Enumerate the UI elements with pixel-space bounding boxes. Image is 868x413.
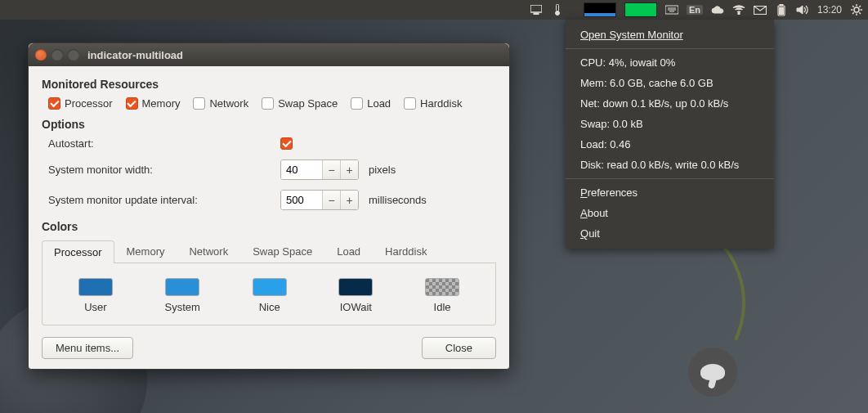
color-user-label: User <box>84 301 106 313</box>
color-iowait[interactable] <box>338 278 373 296</box>
color-idle[interactable] <box>425 278 459 296</box>
color-system[interactable] <box>165 278 199 296</box>
interval-spinbox[interactable]: − + <box>280 190 359 210</box>
width-unit: pixels <box>369 164 396 176</box>
preferences-window: indicator-multiload Monitored Resources … <box>28 43 510 370</box>
width-increment[interactable]: + <box>340 160 358 179</box>
interval-decrement[interactable]: − <box>322 191 340 209</box>
svg-line-20 <box>852 12 854 14</box>
color-idle-label: Idle <box>434 301 451 313</box>
clock[interactable]: 13:20 <box>817 4 842 16</box>
color-nice[interactable] <box>253 278 287 296</box>
svg-point-13 <box>854 7 859 12</box>
wifi-icon[interactable] <box>732 3 745 16</box>
menu-swap-line[interactable]: Swap: 0.0 kB <box>566 114 774 134</box>
checkbox-network[interactable]: Network <box>193 97 248 110</box>
menu-quit[interactable]: Quit <box>566 223 774 244</box>
tab-swap[interactable]: Swap Space <box>240 240 324 263</box>
svg-rect-0 <box>530 5 542 12</box>
width-input[interactable] <box>281 160 322 179</box>
window-minimize-button[interactable] <box>51 49 63 61</box>
menu-open-system-monitor[interactable]: Open System Monitor <box>566 25 774 45</box>
checkbox-swap[interactable]: Swap Space <box>262 97 338 110</box>
svg-rect-2 <box>556 4 558 11</box>
indicator-menu: Open System Monitor CPU: 4%, iowait 0% M… <box>566 20 774 249</box>
color-tabpane: User System Nice IOWait Idle <box>42 263 496 325</box>
interval-unit: milliseconds <box>369 194 427 206</box>
checkbox-load[interactable]: Load <box>351 97 391 110</box>
tab-load[interactable]: Load <box>324 240 373 263</box>
indicator-multiload-mem-graph[interactable] <box>624 2 657 17</box>
window-title: indicator-multiload <box>87 49 183 61</box>
volume-icon[interactable] <box>796 3 809 16</box>
indicator-multiload-cpu-graph[interactable] <box>584 2 616 17</box>
checkbox-memory[interactable]: Memory <box>126 97 181 110</box>
svg-point-3 <box>555 11 559 16</box>
menu-cpu-line[interactable]: CPU: 4%, iowait 0% <box>566 52 774 73</box>
cloud-icon[interactable] <box>711 3 724 16</box>
width-label: System monitor width: <box>42 164 271 176</box>
window-titlebar[interactable]: indicator-multiload <box>29 43 509 66</box>
tab-harddisk[interactable]: Harddisk <box>373 240 439 263</box>
top-panel: En 13:20 <box>0 0 868 20</box>
svg-rect-1 <box>534 13 539 15</box>
mail-icon[interactable] <box>754 3 767 16</box>
color-tabs: Processor Memory Network Swap Space Load… <box>42 240 496 263</box>
checkbox-harddisk[interactable]: Harddisk <box>404 97 462 110</box>
interval-increment[interactable]: + <box>340 191 358 209</box>
interval-input[interactable] <box>281 191 322 209</box>
menu-disk-line[interactable]: Disk: read 0.0 kB/s, write 0.0 kB/s <box>566 155 774 175</box>
wallpaper-logo <box>688 348 737 397</box>
menu-load-line[interactable]: Load: 0.46 <box>566 134 774 155</box>
keyboard-icon[interactable] <box>665 3 678 16</box>
language-indicator[interactable]: En <box>687 5 703 15</box>
autostart-label: Autostart: <box>42 137 271 150</box>
battery-icon[interactable] <box>775 3 788 16</box>
color-system-label: System <box>165 301 200 313</box>
monitored-resources-heading: Monitored Resources <box>42 78 496 91</box>
tab-memory[interactable]: Memory <box>114 240 177 263</box>
colors-heading: Colors <box>42 220 496 233</box>
options-heading: Options <box>42 118 496 131</box>
tab-network[interactable]: Network <box>177 240 240 263</box>
checkbox-processor[interactable]: Processor <box>48 97 113 110</box>
color-nice-label: Nice <box>259 301 280 313</box>
color-user[interactable] <box>78 278 113 296</box>
checkbox-autostart[interactable] <box>280 137 293 150</box>
tab-processor[interactable]: Processor <box>42 240 114 263</box>
svg-point-8 <box>738 13 740 15</box>
svg-rect-12 <box>779 7 783 15</box>
width-spinbox[interactable]: − + <box>280 159 359 180</box>
menu-separator <box>566 178 774 179</box>
svg-line-19 <box>859 12 861 14</box>
temperature-icon[interactable] <box>551 3 564 16</box>
menu-separator <box>566 48 774 49</box>
window-maximize-button[interactable] <box>68 49 79 61</box>
color-iowait-label: IOWait <box>340 301 372 313</box>
svg-line-18 <box>852 6 854 7</box>
window-close-button[interactable] <box>35 49 47 61</box>
menu-net-line[interactable]: Net: down 0.1 kB/s, up 0.0 kB/s <box>566 93 774 114</box>
power-cog-icon[interactable] <box>850 3 863 16</box>
menu-items-button[interactable]: Menu items... <box>42 337 133 359</box>
display-icon[interactable] <box>530 3 543 16</box>
svg-line-21 <box>859 6 861 7</box>
menu-about[interactable]: About <box>566 203 774 223</box>
menu-preferences[interactable]: Preferences <box>566 182 774 203</box>
width-decrement[interactable]: − <box>322 160 340 179</box>
close-button[interactable]: Close <box>422 337 496 359</box>
menu-mem-line[interactable]: Mem: 6.0 GB, cache 6.0 GB <box>566 73 774 93</box>
interval-label: System monitor update interval: <box>42 194 271 206</box>
svg-rect-11 <box>780 4 783 6</box>
